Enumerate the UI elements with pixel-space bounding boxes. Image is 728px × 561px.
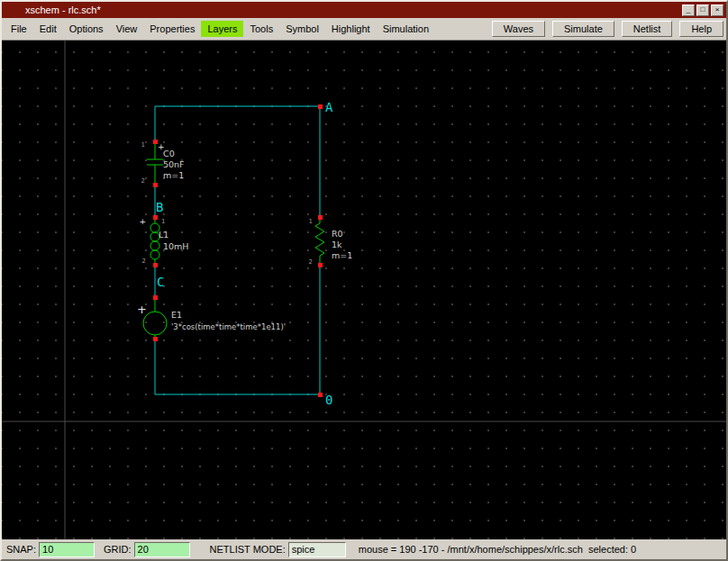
statusbar: SNAP: GRID: NETLIST MODE: mouse = 190 -1…: [2, 539, 726, 559]
window-controls: _ □ ×: [682, 5, 723, 16]
menu-edit[interactable]: Edit: [33, 21, 63, 37]
inductor-l1[interactable]: + 1 2 L1 10mH: [139, 217, 188, 265]
pin-square: [318, 393, 323, 397]
menu-view[interactable]: View: [110, 21, 144, 37]
node-label-a[interactable]: A: [325, 100, 333, 114]
resistor-pin1-number: 1: [309, 218, 313, 225]
pin-square: [318, 263, 323, 267]
node-label-c[interactable]: C: [157, 275, 164, 289]
pin-square: [318, 215, 323, 220]
simulate-button[interactable]: Simulate: [552, 21, 614, 37]
inductor-coil-3: [150, 241, 159, 250]
resistor-symbol: [315, 217, 324, 265]
pin-square: [318, 104, 323, 109]
capacitor-value: 50nF: [163, 159, 185, 169]
minimize-button[interactable]: _: [682, 5, 695, 16]
capacitor-ref: C0: [163, 149, 175, 158]
inductor-plus-sign: +: [139, 217, 146, 226]
pin-square: [153, 337, 158, 341]
source-ref: E1: [171, 310, 182, 320]
inductor-pin2-number: 2: [142, 258, 146, 265]
window-title: xschem - rlc.sch*: [25, 5, 682, 15]
mouse-status-text: mouse = 190 -170 - /mnt/x/home/schippes/…: [359, 544, 636, 555]
menu-highlight[interactable]: Highlight: [325, 21, 377, 37]
snap-label: SNAP:: [6, 544, 36, 555]
resistor-pin2-number: 2: [309, 258, 313, 266]
resistor-ref: R0: [332, 229, 343, 239]
help-button[interactable]: Help: [679, 21, 723, 37]
xschem-window: xschem - rlc.sch* _ □ × File Edit Option…: [0, 0, 728, 561]
source-value: '3*cos(time*time*time*1e11)': [171, 322, 286, 331]
source-plus-sign: +: [137, 303, 147, 316]
capacitor-pin1-number: 1: [141, 141, 145, 149]
netlist-mode-label: NETLIST MODE:: [210, 544, 286, 555]
grid-input[interactable]: [134, 542, 190, 557]
menu-layers[interactable]: Layers: [201, 21, 243, 37]
inductor-ref: L1: [159, 230, 168, 240]
resistor-r0[interactable]: 1 2 R0 1k m=1: [309, 217, 353, 266]
minimize-icon: _: [687, 6, 690, 14]
netlist-mode-input[interactable]: [288, 542, 346, 557]
menu-tools[interactable]: Tools: [243, 21, 279, 37]
capacitor-pin2-number: 2: [141, 177, 145, 185]
close-icon: ×: [715, 6, 720, 14]
netlist-button[interactable]: Netlist: [622, 21, 673, 37]
waves-button[interactable]: Waves: [492, 21, 545, 37]
menubar: File Edit Options View Properties Layers…: [2, 18, 726, 41]
snap-input[interactable]: [39, 542, 95, 557]
resistor-mult: m=1: [332, 250, 352, 260]
pin-square: [153, 140, 158, 144]
close-button[interactable]: ×: [711, 5, 723, 16]
maximize-icon: □: [701, 6, 705, 14]
menu-symbol[interactable]: Symbol: [279, 21, 325, 37]
menu-simulation[interactable]: Simulation: [377, 21, 435, 37]
menu-options[interactable]: Options: [63, 21, 110, 37]
schematic-canvas[interactable]: 1 + 2 C0 50nF m=1 + 1 2 L1 10mH: [2, 41, 726, 539]
pin-square: [153, 215, 158, 220]
resistor-value: 1k: [332, 240, 342, 249]
pin-square: [153, 295, 158, 300]
pin-square: [153, 183, 158, 187]
inductor-value: 10mH: [163, 241, 189, 251]
source-e1[interactable]: + E1 '3*cos(time*time*time*1e11)': [137, 297, 286, 339]
inductor-coil-4: [150, 250, 159, 259]
maximize-button[interactable]: □: [696, 5, 709, 16]
pin-square: [153, 263, 158, 267]
node-label-gnd[interactable]: 0: [325, 393, 332, 407]
menu-file[interactable]: File: [5, 21, 33, 37]
grid-label: GRID:: [104, 544, 132, 555]
menu-properties[interactable]: Properties: [143, 21, 201, 37]
capacitor-mult: m=1: [163, 170, 184, 180]
inductor-pin1-number: 1: [161, 218, 165, 225]
node-label-b[interactable]: B: [156, 200, 163, 214]
titlebar[interactable]: xschem - rlc.sch* _ □ ×: [2, 2, 726, 18]
capacitor-c0[interactable]: 1 + 2 C0 50nF m=1: [141, 141, 185, 185]
schematic-svg: 1 + 2 C0 50nF m=1 + 1 2 L1 10mH: [2, 41, 726, 539]
